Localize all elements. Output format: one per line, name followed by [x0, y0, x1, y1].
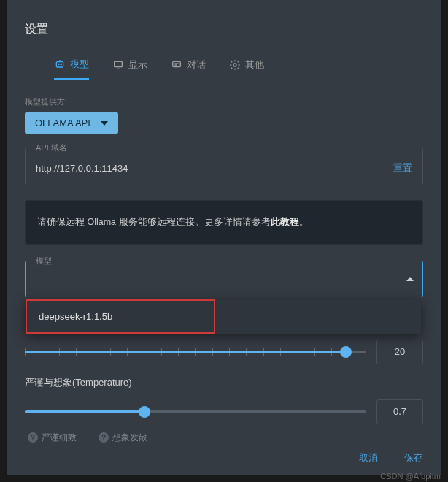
svg-rect-6 — [173, 61, 181, 66]
model-dropdown-list: deepseek-r1:1.5b — [26, 299, 421, 334]
notice-banner: 请确保远程 Ollama 服务能够远程连接。更多详情请参考此教程。 — [25, 200, 423, 245]
caret-up-icon — [406, 277, 414, 281]
svg-point-1 — [58, 64, 59, 64]
tab-bar: 模型 显示 对话 其他 — [25, 58, 423, 80]
watermark: CSDN @Afbpitm — [380, 472, 441, 481]
chevron-down-icon — [101, 121, 108, 126]
temperature-slider[interactable] — [25, 410, 366, 413]
slider-thumb[interactable] — [139, 406, 150, 418]
provider-dropdown-button[interactable]: OLLAMA API — [25, 112, 118, 134]
slider-thumb[interactable] — [340, 346, 352, 358]
context-slider[interactable] — [25, 351, 366, 353]
robot-icon — [54, 58, 66, 70]
tab-label: 模型 — [70, 58, 89, 71]
api-domain-field: API 域名 http://127.0.0.1:11434 重置 — [25, 148, 423, 185]
tab-model[interactable]: 模型 — [54, 58, 89, 80]
display-icon — [112, 59, 124, 71]
chat-icon — [171, 59, 182, 71]
modal-footer: 取消 保存 — [359, 451, 423, 464]
gear-icon — [229, 59, 241, 71]
tab-display[interactable]: 显示 — [112, 58, 147, 80]
svg-point-9 — [233, 64, 236, 66]
temperature-value[interactable]: 0.7 — [376, 399, 423, 424]
cancel-button[interactable]: 取消 — [359, 451, 378, 464]
temperature-slider-section: 0.7 — [25, 399, 423, 424]
save-button[interactable]: 保存 — [404, 451, 423, 464]
svg-rect-0 — [56, 62, 63, 67]
modal-title: 设置 — [25, 22, 423, 37]
tab-conversation[interactable]: 对话 — [171, 58, 206, 80]
hint-high: ? 想象发散 — [99, 432, 147, 444]
model-select-dropdown[interactable] — [26, 261, 422, 297]
tab-label: 其他 — [245, 58, 264, 72]
api-domain-input[interactable]: http://127.0.0.1:11434 — [36, 163, 128, 174]
provider-value: OLLAMA API — [35, 118, 90, 129]
svg-rect-4 — [115, 61, 123, 66]
settings-modal: 设置 模型 显示 对话 其他 模型提供方: — [7, 0, 441, 475]
notice-suffix: 。 — [299, 217, 309, 227]
info-icon: ? — [28, 432, 38, 443]
hint-high-text: 想象发散 — [112, 432, 147, 444]
svg-point-2 — [61, 64, 61, 64]
slider-fill — [25, 410, 144, 413]
api-legend: API 域名 — [33, 142, 70, 153]
model-legend: 模型 — [33, 256, 55, 267]
context-slider-section: 20 — [25, 340, 423, 364]
hint-low-text: 严谨细致 — [42, 432, 77, 444]
temperature-label: 严谨与想象(Temperature) — [25, 376, 423, 389]
temperature-hints: ? 严谨细致 ? 想象发散 — [25, 432, 423, 444]
api-reset-button[interactable]: 重置 — [393, 161, 412, 175]
model-option[interactable]: deepseek-r1:1.5b — [26, 299, 215, 334]
hint-low: ? 严谨细致 — [28, 432, 77, 444]
model-select-field: 模型 deepseek-r1:1.5b — [25, 261, 423, 297]
notice-text: 请确保远程 Ollama 服务能够远程连接。更多详情请参考 — [37, 217, 271, 227]
notice-link[interactable]: 此教程 — [271, 217, 299, 227]
slider-fill — [25, 351, 346, 353]
info-icon: ? — [99, 432, 109, 443]
context-value[interactable]: 20 — [376, 340, 423, 364]
provider-label: 模型提供方: — [25, 96, 423, 107]
tab-label: 对话 — [187, 58, 206, 72]
provider-section: 模型提供方: OLLAMA API — [25, 96, 423, 134]
tab-other[interactable]: 其他 — [229, 58, 264, 80]
tab-label: 显示 — [128, 58, 147, 72]
